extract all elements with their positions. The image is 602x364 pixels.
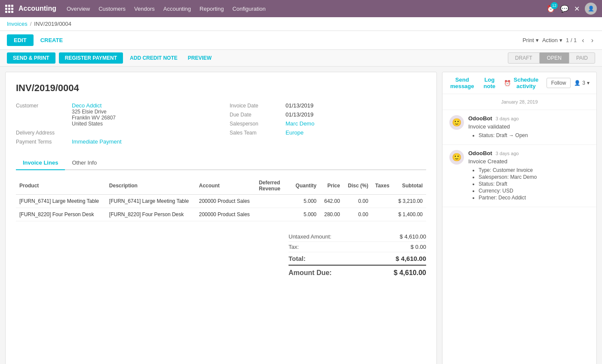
create-button[interactable]: CREATE bbox=[37, 34, 66, 46]
cell-description: [FURN_6741] Large Meeting Table bbox=[106, 195, 196, 208]
col-disc: Disc (%) bbox=[344, 177, 372, 195]
salesperson-link[interactable]: Marc Demo bbox=[286, 120, 314, 127]
action-bar-right: Print ▾ Action ▾ 1 / 1 ‹ › bbox=[522, 36, 595, 45]
add-credit-note-button[interactable]: ADD CREDIT NOTE bbox=[126, 52, 181, 64]
chatter-sender: OdooBot bbox=[468, 115, 492, 122]
chatter-message: 🙂 OdooBot 3 days ago Invoice validated S… bbox=[442, 110, 596, 145]
col-product: Product bbox=[16, 177, 106, 195]
invoice-content: INV/2019/0004 Customer Deco Addict 325 E… bbox=[5, 72, 437, 364]
customer-name-link[interactable]: Deco Addict bbox=[72, 102, 101, 109]
cell-price: 642.00 bbox=[320, 195, 344, 208]
chatter-header: Send message Log note ⏰ Schedule activit… bbox=[442, 72, 596, 94]
total-label: Total: bbox=[289, 255, 306, 262]
totals-table: Untaxed Amount: $ 4,610.00 Tax: $ 0.00 T… bbox=[289, 232, 426, 280]
tab-invoice-lines[interactable]: Invoice Lines bbox=[16, 156, 65, 170]
table-header-row: Product Description Account Deferred Rev… bbox=[16, 177, 426, 195]
log-note-button[interactable]: Log note bbox=[482, 76, 497, 89]
cell-taxes bbox=[372, 208, 393, 221]
print-dropdown-icon: ▾ bbox=[536, 37, 539, 43]
chatter-msg-title: Invoice Created bbox=[468, 158, 590, 165]
due-date-value: 01/13/2019 bbox=[286, 111, 313, 118]
amount-due-label: Amount Due: bbox=[289, 269, 332, 277]
nav-reporting[interactable]: Reporting bbox=[200, 6, 224, 12]
schedule-activity-button[interactable]: ⏰ Schedule activity bbox=[504, 76, 539, 89]
print-button[interactable]: Print ▾ bbox=[522, 37, 539, 43]
tax-row: Tax: $ 0.00 bbox=[289, 242, 426, 252]
follow-area: Follow 👤 3 ▾ bbox=[547, 78, 590, 88]
action-button[interactable]: Action ▾ bbox=[542, 37, 562, 43]
cell-account: 200000 Product Sales bbox=[196, 208, 255, 221]
col-description: Description bbox=[106, 177, 196, 195]
delivery-address-label: Delivery Address bbox=[16, 129, 72, 136]
cell-price: 280.00 bbox=[320, 208, 344, 221]
breadcrumb-parent[interactable]: Invoices bbox=[7, 21, 28, 27]
breadcrumb-current: INV/2019/0004 bbox=[34, 21, 71, 27]
chatter-bullet-item: Partner: Deco Addict bbox=[479, 195, 590, 201]
col-price: Price bbox=[320, 177, 344, 195]
chatter-msg-body: OdooBot 3 days ago Invoice validated Sta… bbox=[468, 115, 590, 139]
sales-team-label: Sales Team bbox=[230, 129, 286, 136]
chatter-bullet-item: Status: Draft → Open bbox=[479, 132, 590, 138]
tab-other-info[interactable]: Other Info bbox=[65, 156, 104, 170]
sales-team-value: Europe bbox=[286, 129, 304, 136]
col-subtotal: Subtotal bbox=[393, 177, 426, 195]
chat-icon[interactable]: 💬 bbox=[560, 5, 569, 13]
invoice-date-value: 01/13/2019 bbox=[286, 102, 313, 109]
grid-menu-icon[interactable] bbox=[5, 5, 13, 13]
chatter-bullet-item: Type: Customer Invoice bbox=[479, 167, 590, 173]
nav-accounting[interactable]: Accounting bbox=[163, 6, 191, 12]
cell-taxes bbox=[372, 195, 393, 208]
nav-configuration[interactable]: Configuration bbox=[232, 6, 265, 12]
breadcrumb: Invoices / INV/2019/0004 bbox=[0, 17, 602, 31]
next-record-button[interactable]: › bbox=[590, 36, 595, 45]
register-payment-button[interactable]: REGISTER PAYMENT bbox=[59, 52, 123, 64]
chatter-time: 3 days ago bbox=[496, 116, 519, 121]
chatter-messages: 🙂 OdooBot 3 days ago Invoice validated S… bbox=[442, 110, 596, 207]
due-date-label: Due Date bbox=[230, 111, 286, 118]
invoice-date-row: Invoice Date 01/13/2019 bbox=[230, 102, 426, 109]
send-message-button[interactable]: Send message bbox=[449, 76, 475, 89]
nav-vendors[interactable]: Vendors bbox=[134, 6, 155, 12]
info-grid: Customer Deco Addict 325 Elsie Drive Fra… bbox=[16, 102, 426, 147]
action-bar: EDIT CREATE Print ▾ Action ▾ 1 / 1 ‹ › bbox=[0, 31, 602, 50]
table-row: [FURN_6741] Large Meeting Table [FURN_67… bbox=[16, 195, 426, 208]
close-icon[interactable]: ✕ bbox=[574, 5, 580, 13]
secondary-bar: SEND & PRINT REGISTER PAYMENT ADD CREDIT… bbox=[0, 50, 602, 67]
amount-due-row: Amount Due: $ 4,610.00 bbox=[289, 266, 426, 280]
invoice-date-label: Invoice Date bbox=[230, 102, 286, 109]
edit-button[interactable]: EDIT bbox=[7, 34, 34, 46]
info-left: Customer Deco Addict 325 Elsie Drive Fra… bbox=[16, 102, 212, 147]
chatter-time: 3 days ago bbox=[496, 151, 519, 156]
follow-button[interactable]: Follow bbox=[547, 78, 571, 88]
sales-team-link[interactable]: Europe bbox=[286, 129, 304, 136]
prev-record-button[interactable]: ‹ bbox=[580, 36, 586, 45]
customer-label: Customer bbox=[16, 102, 72, 109]
followers-dropdown-icon[interactable]: ▾ bbox=[587, 80, 590, 86]
followers-badge: 👤 3 ▾ bbox=[574, 80, 590, 86]
untaxed-amount-row: Untaxed Amount: $ 4,610.00 bbox=[289, 232, 426, 242]
payment-terms-link[interactable]: Immediate Payment bbox=[72, 138, 122, 145]
customer-row: Customer Deco Addict 325 Elsie Drive Fra… bbox=[16, 102, 212, 127]
col-taxes: Taxes bbox=[372, 177, 393, 195]
due-date-row: Due Date 01/13/2019 bbox=[230, 111, 426, 118]
send-print-button[interactable]: SEND & PRINT bbox=[7, 52, 55, 64]
chatter-avatar: 🙂 bbox=[449, 115, 464, 130]
action-dropdown-icon: ▾ bbox=[559, 37, 562, 43]
status-open: OPEN bbox=[540, 52, 569, 64]
followers-count: 3 bbox=[582, 80, 585, 86]
preview-button[interactable]: PREVIEW bbox=[184, 52, 215, 64]
notification-icon[interactable]: ⏰ 12 bbox=[547, 5, 555, 13]
cell-subtotal: $ 1,400.00 bbox=[393, 208, 426, 221]
nav-overview[interactable]: Overview bbox=[67, 6, 90, 12]
status-buttons: DRAFT OPEN PAID bbox=[508, 52, 595, 64]
cell-quantity: 5.000 bbox=[291, 208, 320, 221]
chatter-date-header: January 28, 2019 bbox=[442, 94, 596, 110]
app-brand: Accounting bbox=[18, 5, 56, 12]
cell-disc: 0.00 bbox=[344, 195, 372, 208]
delivery-address-row: Delivery Address bbox=[16, 129, 212, 136]
nav-customers[interactable]: Customers bbox=[98, 6, 126, 12]
total-row: Total: $ 4,610.00 bbox=[289, 252, 426, 266]
avatar[interactable]: 👤 bbox=[585, 3, 597, 15]
address-line-2: Franklin WV 26807 bbox=[72, 115, 116, 121]
navbar-menu: Overview Customers Vendors Accounting Re… bbox=[67, 6, 543, 12]
